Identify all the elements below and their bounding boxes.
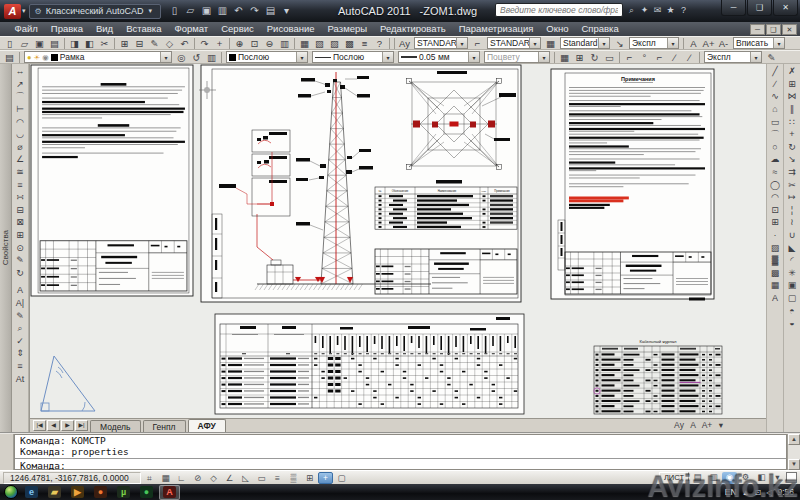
- quick-calc-icon[interactable]: ≡: [357, 37, 372, 49]
- move-icon[interactable]: +: [785, 128, 800, 141]
- plot-icon[interactable]: ▤: [47, 37, 62, 49]
- table-style-select-arrow-icon[interactable]: ▾: [598, 38, 609, 48]
- taskbar-autocad[interactable]: A: [159, 485, 180, 500]
- tab-first-button[interactable]: |◀: [33, 420, 46, 431]
- zoom-previous-icon[interactable]: ⊖: [262, 37, 277, 49]
- annotation-monitor-toggle[interactable]: ▢: [334, 472, 349, 484]
- plot-preview-icon[interactable]: ◨: [67, 37, 82, 49]
- layer-previous-icon[interactable]: ↺: [189, 51, 204, 63]
- text-style-select[interactable]: STANDARD▾: [414, 37, 468, 49]
- bring-above-icon[interactable]: ◓: [785, 304, 800, 317]
- dim-jogged-icon[interactable]: ◡: [13, 128, 28, 141]
- layer-properties-manager-icon[interactable]: ▤: [2, 51, 17, 63]
- find-text-icon[interactable]: ⌕: [13, 322, 28, 335]
- mleader-style-select-arrow-icon[interactable]: ▾: [667, 38, 678, 48]
- new-icon[interactable]: ▯: [2, 37, 17, 49]
- dim-edit-icon[interactable]: ✎: [13, 254, 28, 267]
- tab-model[interactable]: Модель: [90, 420, 141, 432]
- command-history[interactable]: Команда: КОМСТР Команда: properties Кома…: [14, 434, 787, 470]
- help-icon[interactable]: ?: [677, 3, 690, 17]
- construction-line-icon[interactable]: ∕: [768, 78, 783, 91]
- new-file-icon[interactable]: ▯: [167, 4, 182, 18]
- help-search-input[interactable]: [495, 3, 623, 17]
- menu-help[interactable]: Справка: [575, 22, 625, 36]
- ducs-toggle[interactable]: ◺: [238, 472, 253, 484]
- annotation-add-scale-icon[interactable]: A+: [701, 37, 716, 49]
- communication-center-icon[interactable]: ✉: [651, 3, 664, 17]
- drawing-canvas[interactable]: №ОбозначениеНаименованиеКол.Примечание П…: [29, 64, 766, 432]
- taskbar-windows-explorer[interactable]: ▰: [44, 485, 65, 500]
- stretch-icon[interactable]: ⇉: [785, 166, 800, 179]
- dim-continue-icon[interactable]: ∺: [13, 191, 28, 204]
- menu-dimension[interactable]: Размеры: [321, 22, 373, 36]
- edit-text-icon[interactable]: ✎: [13, 309, 28, 322]
- table-style-icon[interactable]: ▦: [543, 37, 558, 49]
- properties-palette-tab[interactable]: Свойства: [0, 64, 12, 432]
- dim-style-icon[interactable]: ⌐: [470, 37, 485, 49]
- toolbar-lock-icon[interactable]: ◧: [754, 472, 769, 484]
- clean-screen-button[interactable]: [786, 472, 797, 483]
- command-window-grip[interactable]: [0, 434, 14, 470]
- dim-diameter-icon[interactable]: ⌀: [13, 141, 28, 154]
- menu-edit[interactable]: Правка: [44, 22, 89, 36]
- dim-style-select[interactable]: STANDARD▾: [487, 37, 541, 49]
- make-object-layer-current-icon[interactable]: ◎: [174, 51, 189, 63]
- plot-style-select-arrow-icon[interactable]: ▾: [538, 52, 549, 62]
- spell-check-icon[interactable]: ✓: [13, 334, 28, 347]
- show-hidden-icons[interactable]: ▲: [742, 488, 750, 497]
- bring-to-front-icon[interactable]: ▣: [785, 279, 800, 292]
- help-icon[interactable]: ?: [372, 37, 387, 49]
- revision-cloud-icon[interactable]: ☁: [768, 153, 783, 166]
- dim-break-icon[interactable]: ⊠: [13, 216, 28, 229]
- zoom-window-icon[interactable]: ⊡: [247, 37, 262, 49]
- mleader-style-select-2-arrow-icon[interactable]: ▾: [750, 52, 761, 62]
- autocad-logo-icon[interactable]: A: [4, 4, 21, 19]
- layer-select[interactable]: ●☀◉Рамка▾: [24, 51, 172, 63]
- quick-properties-toggle[interactable]: ⊞: [302, 472, 317, 484]
- trim-icon[interactable]: ✂: [785, 178, 800, 191]
- copy-clip-icon[interactable]: ⊞: [117, 37, 132, 49]
- mirror-icon[interactable]: ⋈: [785, 90, 800, 103]
- menu-parametric[interactable]: Параметризация: [452, 22, 540, 36]
- doc-close-button[interactable]: ✕: [782, 24, 797, 35]
- publish-icon[interactable]: ◧: [82, 37, 97, 49]
- taskbar-utorrent[interactable]: µ: [113, 485, 134, 500]
- clock[interactable]: 9:56: [777, 487, 794, 497]
- exchange-icon[interactable]: ✦: [638, 3, 651, 17]
- lineweight-select[interactable]: 0.05 мм▾: [398, 51, 480, 63]
- layer-states-icon[interactable]: ▥: [204, 51, 219, 63]
- rectangle-icon[interactable]: ▭: [768, 115, 783, 128]
- named-ucs-icon[interactable]: ⌐: [622, 51, 637, 63]
- snap-toggle[interactable]: ⌗: [142, 472, 157, 484]
- save-icon[interactable]: ▣: [199, 4, 214, 18]
- tabbar-menu-icon[interactable]: ▾: [714, 419, 728, 431]
- scale-icon[interactable]: ↘: [785, 153, 800, 166]
- workspace-switching-icon[interactable]: ⚙: [738, 472, 753, 484]
- display-icon[interactable]: ⊡: [755, 488, 762, 497]
- send-to-back-icon[interactable]: ▢: [785, 292, 800, 305]
- dim-aligned-icon[interactable]: ↗: [13, 78, 28, 91]
- dim-ordinate-icon[interactable]: ⊢: [13, 103, 28, 116]
- ole-object-icon[interactable]: ▭: [602, 51, 617, 63]
- language-indicator[interactable]: EN: [725, 487, 737, 497]
- coordinates-display[interactable]: 1246.4781, -3167.7816, 0.0000: [3, 472, 141, 484]
- redo-icon[interactable]: ↷: [247, 4, 262, 18]
- transparency-toggle[interactable]: ▒: [286, 472, 301, 484]
- markup-set-manager-icon[interactable]: ▩: [342, 37, 357, 49]
- lineweight-display-toggle[interactable]: ≡: [270, 472, 285, 484]
- arc-icon[interactable]: ⌒: [768, 128, 783, 141]
- gradient-icon[interactable]: ▓: [768, 254, 783, 267]
- tab-prev-button[interactable]: ◀: [47, 420, 60, 431]
- mtext-icon[interactable]: A: [13, 284, 28, 297]
- scroll-down-icon[interactable]: ▼: [788, 459, 800, 470]
- scroll-up-icon[interactable]: ▲: [788, 434, 800, 445]
- annotation-sync-icon[interactable]: A: [686, 37, 701, 49]
- update-fields-icon[interactable]: ↻: [587, 51, 602, 63]
- block-editor-icon[interactable]: ◇: [162, 37, 177, 49]
- region-icon[interactable]: ▩: [768, 267, 783, 280]
- triangle-sketch[interactable]: [38, 353, 100, 417]
- text-style-icon[interactable]: Ay: [397, 37, 412, 49]
- create-block-icon[interactable]: ⊞: [768, 216, 783, 229]
- linetype-select[interactable]: Послою▾: [312, 51, 394, 63]
- taskbar-media-player[interactable]: ▶: [67, 485, 88, 500]
